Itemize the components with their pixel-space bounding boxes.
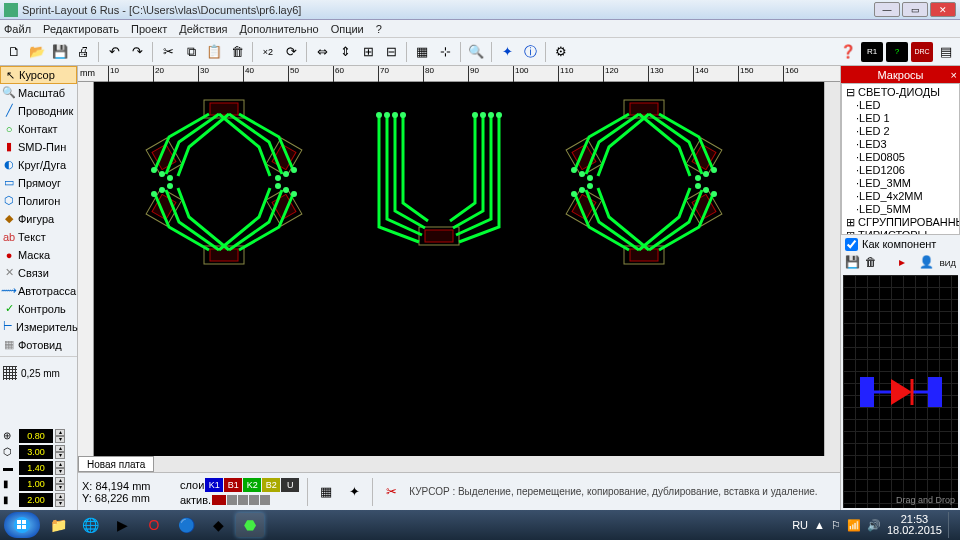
- task-sprint-icon[interactable]: ⬣: [236, 513, 264, 537]
- group-icon[interactable]: ⊞: [358, 42, 378, 62]
- tool-Проводник[interactable]: ╱Проводник: [0, 102, 77, 120]
- panel-close-icon[interactable]: ×: [951, 69, 957, 81]
- spin-down[interactable]: ▾: [55, 452, 65, 459]
- layer-B2[interactable]: B2: [262, 478, 280, 492]
- spin-up[interactable]: ▴: [55, 445, 65, 452]
- pcb-component-u[interactable]: [364, 97, 514, 267]
- maximize-button[interactable]: ▭: [902, 2, 928, 17]
- tool-Фигура[interactable]: ◆Фигура: [0, 210, 77, 228]
- copy-icon[interactable]: ⧉: [181, 42, 201, 62]
- tree-node[interactable]: ⊞ СГРУППИРОВАННЫЕ ОТВЕР: [844, 216, 957, 229]
- info-icon[interactable]: ⓘ: [520, 42, 540, 62]
- tool-Связи[interactable]: ✕Связи: [0, 264, 77, 282]
- gear-icon[interactable]: ⚙: [551, 42, 571, 62]
- swatch[interactable]: [238, 495, 248, 505]
- tool-Контакт[interactable]: ○Контакт: [0, 120, 77, 138]
- macro-diode-icon[interactable]: ▸: [899, 255, 915, 271]
- pcb-component-hex-left[interactable]: [134, 92, 314, 272]
- layer-r1-icon[interactable]: R1: [861, 42, 883, 62]
- task-chrome-icon[interactable]: 🔵: [172, 513, 200, 537]
- dup-icon[interactable]: ×2: [258, 42, 278, 62]
- redo-icon[interactable]: ↷: [127, 42, 147, 62]
- tree-node[interactable]: ·LED: [844, 99, 957, 112]
- menu-item[interactable]: Проект: [131, 23, 167, 35]
- tray-flag-icon[interactable]: ▲: [814, 519, 825, 531]
- tray-safe-icon[interactable]: ⚐: [831, 519, 841, 532]
- status-btn-2[interactable]: ✦: [344, 482, 364, 502]
- spin-up[interactable]: ▴: [55, 493, 65, 500]
- tree-node[interactable]: ·LED 1: [844, 112, 957, 125]
- status-btn-1[interactable]: ▦: [316, 482, 336, 502]
- as-component-checkbox[interactable]: [845, 238, 858, 251]
- spin-down[interactable]: ▾: [55, 484, 65, 491]
- swatch[interactable]: [249, 495, 259, 505]
- zoom-icon[interactable]: 🔍: [466, 42, 486, 62]
- drc-icon[interactable]: DRC: [911, 42, 933, 62]
- mirror-h-icon[interactable]: ⇔: [312, 42, 332, 62]
- cut-icon[interactable]: ✂: [158, 42, 178, 62]
- menu-item[interactable]: Файл: [4, 23, 31, 35]
- target-icon[interactable]: ✦: [497, 42, 517, 62]
- print-icon[interactable]: 🖨: [73, 42, 93, 62]
- swatch[interactable]: [227, 495, 237, 505]
- menu-item[interactable]: ?: [376, 23, 382, 35]
- macro-preview[interactable]: Drag and Drop: [843, 275, 958, 508]
- layer-K2[interactable]: K2: [243, 478, 261, 492]
- param-spinner[interactable]: ▮1.00▴▾: [3, 477, 74, 491]
- param-spinner[interactable]: ⬡3.00▴▾: [3, 445, 74, 459]
- minimize-button[interactable]: —: [874, 2, 900, 17]
- spin-up[interactable]: ▴: [55, 461, 65, 468]
- tree-node[interactable]: ·LED 2: [844, 125, 957, 138]
- tool-SMD-Пин[interactable]: ▮SMD-Пин: [0, 138, 77, 156]
- tool-Фотовид[interactable]: ▦Фотовид: [0, 336, 77, 354]
- swatch[interactable]: [260, 495, 270, 505]
- task-media-icon[interactable]: ▶: [108, 513, 136, 537]
- tree-node[interactable]: ⊟ СВЕТО-ДИОДЫ: [844, 86, 957, 99]
- spin-down[interactable]: ▾: [55, 436, 65, 443]
- delete-icon[interactable]: 🗑: [227, 42, 247, 62]
- menu-item[interactable]: Редактировать: [43, 23, 119, 35]
- panel-icon[interactable]: ▤: [936, 42, 956, 62]
- macro-tree[interactable]: ⊟ СВЕТО-ДИОДЫ ·LED ·LED 1 ·LED 2 ·LED3 ·…: [841, 83, 960, 235]
- menu-item[interactable]: Опции: [331, 23, 364, 35]
- tray-lang[interactable]: RU: [792, 519, 808, 531]
- pcb-component-hex-right[interactable]: [554, 92, 734, 272]
- spin-down[interactable]: ▾: [55, 468, 65, 475]
- tool-Полигон[interactable]: ⬡Полигон: [0, 192, 77, 210]
- spin-up[interactable]: ▴: [55, 429, 65, 436]
- start-button[interactable]: [4, 512, 40, 538]
- align-icon[interactable]: ▦: [412, 42, 432, 62]
- show-desktop-button[interactable]: [948, 512, 956, 538]
- pcb-canvas[interactable]: [94, 82, 824, 456]
- tree-node[interactable]: ·LED_3MM: [844, 177, 957, 190]
- undo-icon[interactable]: ↶: [104, 42, 124, 62]
- close-button[interactable]: ✕: [930, 2, 956, 17]
- task-opera-icon[interactable]: O: [140, 513, 168, 537]
- layer-U[interactable]: U: [281, 478, 299, 492]
- tree-node[interactable]: ·LED0805: [844, 151, 957, 164]
- tool-Текст[interactable]: abТекст: [0, 228, 77, 246]
- task-ie-icon[interactable]: 🌐: [76, 513, 104, 537]
- menu-item[interactable]: Дополнительно: [239, 23, 318, 35]
- scrollbar-vertical[interactable]: [824, 82, 840, 456]
- spin-up[interactable]: ▴: [55, 477, 65, 484]
- save-icon[interactable]: 💾: [50, 42, 70, 62]
- tree-node[interactable]: ·LED_5MM: [844, 203, 957, 216]
- rotate-icon[interactable]: ⟳: [281, 42, 301, 62]
- macro-delete-icon[interactable]: 🗑: [865, 255, 881, 271]
- tool-Прямоуг[interactable]: ▭Прямоуг: [0, 174, 77, 192]
- mirror-v-icon[interactable]: ⇕: [335, 42, 355, 62]
- tool-Измеритель[interactable]: ⊢Измеритель: [0, 318, 77, 336]
- ungroup-icon[interactable]: ⊟: [381, 42, 401, 62]
- open-icon[interactable]: 📂: [27, 42, 47, 62]
- task-app-icon[interactable]: ◆: [204, 513, 232, 537]
- tool-Круг/Дуга[interactable]: ◐Круг/Дуга: [0, 156, 77, 174]
- help-icon[interactable]: ❓: [838, 42, 858, 62]
- tree-node[interactable]: ·LED1206: [844, 164, 957, 177]
- tool-Автотрасса[interactable]: ⟿Автотрасса: [0, 282, 77, 300]
- tool-Маска[interactable]: ●Маска: [0, 246, 77, 264]
- tool-Масштаб[interactable]: 🔍Масштаб: [0, 84, 77, 102]
- macro-user-icon[interactable]: 👤: [919, 255, 935, 271]
- new-icon[interactable]: 🗋: [4, 42, 24, 62]
- param-spinner[interactable]: ▮2.00▴▾: [3, 493, 74, 507]
